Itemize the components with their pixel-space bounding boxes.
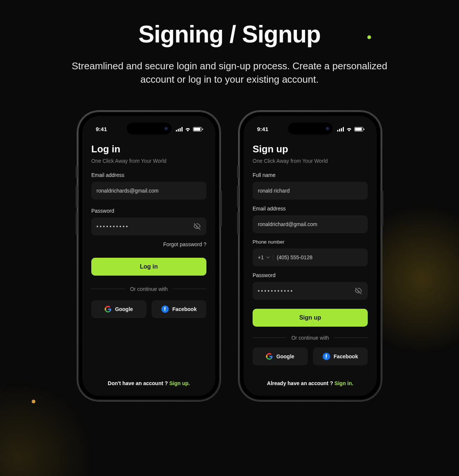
page-subtitle: Streamlined and secure login and sign-up… — [62, 59, 397, 86]
phone-side-button — [382, 191, 383, 226]
divider-text: Or continue with — [130, 286, 168, 292]
password-value: • • • • • • • • • • • — [258, 288, 292, 294]
divider-text: Or continue with — [291, 335, 329, 341]
page-header: Signing / Signup Streamlined and secure … — [62, 0, 397, 86]
fullname-label: Full name — [253, 172, 368, 178]
password-label: Password — [253, 272, 368, 278]
footer: Don't have an account ? Sign up. — [82, 380, 215, 386]
phone-side-button — [76, 166, 77, 178]
google-signup-button[interactable]: Google — [253, 348, 308, 365]
google-label: Google — [115, 306, 133, 312]
phone-mockup-signup: 9:41 Sign up One Click Away from Your Wo… — [238, 111, 382, 401]
phone-value: (405) 555-0128 — [277, 254, 313, 260]
dynamic-island — [127, 123, 171, 134]
facebook-label: Facebook — [172, 306, 197, 312]
fullname-value: ronald richard — [258, 188, 290, 194]
signup-button-label: Sign up — [299, 314, 321, 321]
email-label: Email address — [91, 172, 206, 178]
phone-label: Phone number — [253, 239, 368, 245]
phone-side-button — [76, 212, 77, 234]
password-value: • • • • • • • • • • — [96, 223, 128, 229]
phone-mockup-login: 9:41 Log in One Click Away from Your Wor… — [77, 111, 221, 401]
svg-rect-6 — [341, 128, 342, 131]
signup-button[interactable]: Sign up — [253, 309, 368, 327]
facebook-icon: f — [323, 353, 330, 360]
screen-subtitle: One Click Away from Your World — [253, 158, 368, 164]
google-icon — [266, 353, 273, 360]
decor-dot — [32, 400, 35, 403]
facebook-signup-button[interactable]: f Facebook — [313, 348, 368, 365]
facebook-label: Facebook — [334, 353, 358, 359]
email-field[interactable]: ronaldrichards@gmail.com — [91, 182, 206, 200]
email-value: ronaldrichards@gmail.com — [96, 188, 159, 194]
signal-icon — [176, 127, 183, 131]
signal-icon — [337, 127, 344, 131]
footer-text: Already have an account ? — [267, 380, 335, 386]
wifi-icon — [185, 127, 191, 131]
battery-icon — [354, 127, 363, 131]
password-field[interactable]: • • • • • • • • • • • — [253, 282, 368, 300]
forgot-password-link[interactable]: Forgot password ? — [91, 241, 206, 247]
signin-link[interactable]: Sign in. — [335, 380, 354, 386]
country-code-select[interactable]: +1 — [258, 254, 273, 260]
phone-side-button — [237, 166, 239, 178]
phone-side-button — [237, 185, 239, 207]
phone-field[interactable]: +1 (405) 555-0128 — [253, 248, 368, 266]
screen-title: Sign up — [253, 143, 368, 155]
password-label: Password — [91, 208, 206, 214]
page-title: Signing / Signup — [62, 20, 397, 48]
chevron-down-icon — [266, 256, 270, 258]
facebook-login-button[interactable]: f Facebook — [152, 300, 207, 318]
google-label: Google — [276, 353, 294, 359]
password-field[interactable]: • • • • • • • • • • — [91, 218, 206, 235]
svg-rect-0 — [176, 130, 177, 131]
footer: Already have an account ? Sign in. — [244, 380, 377, 386]
status-time: 9:41 — [96, 126, 107, 132]
battery-icon — [193, 127, 202, 131]
email-label: Email address — [253, 206, 368, 212]
fullname-field[interactable]: ronald richard — [253, 182, 368, 200]
svg-rect-7 — [343, 127, 344, 131]
svg-rect-1 — [178, 129, 179, 131]
phone-side-button — [237, 212, 239, 234]
google-icon — [105, 306, 111, 312]
svg-rect-3 — [181, 127, 183, 131]
phone-side-button — [220, 191, 222, 226]
svg-rect-5 — [339, 129, 340, 131]
dynamic-island — [288, 123, 333, 134]
eye-off-icon[interactable] — [354, 287, 363, 295]
login-button[interactable]: Log in — [91, 258, 206, 276]
status-time: 9:41 — [257, 126, 268, 132]
google-login-button[interactable]: Google — [91, 300, 146, 318]
facebook-icon: f — [161, 305, 169, 313]
signup-link[interactable]: Sign up. — [169, 380, 190, 386]
divider: Or continue with — [253, 335, 368, 341]
screen-subtitle: One Click Away from Your World — [91, 158, 206, 164]
phone-side-button — [76, 185, 77, 207]
login-button-label: Log in — [140, 263, 158, 270]
svg-rect-2 — [180, 128, 181, 131]
email-field[interactable]: ronaldrichard@gmail.com — [253, 215, 368, 233]
svg-rect-4 — [337, 130, 338, 131]
footer-text: Don't have an account ? — [108, 380, 169, 386]
country-code-value: +1 — [258, 254, 264, 260]
screen-title: Log in — [91, 143, 206, 155]
decor-dot — [367, 35, 371, 39]
email-value: ronaldrichard@gmail.com — [258, 221, 317, 227]
eye-off-icon[interactable] — [193, 222, 201, 231]
divider: Or continue with — [91, 286, 206, 292]
wifi-icon — [346, 127, 352, 131]
